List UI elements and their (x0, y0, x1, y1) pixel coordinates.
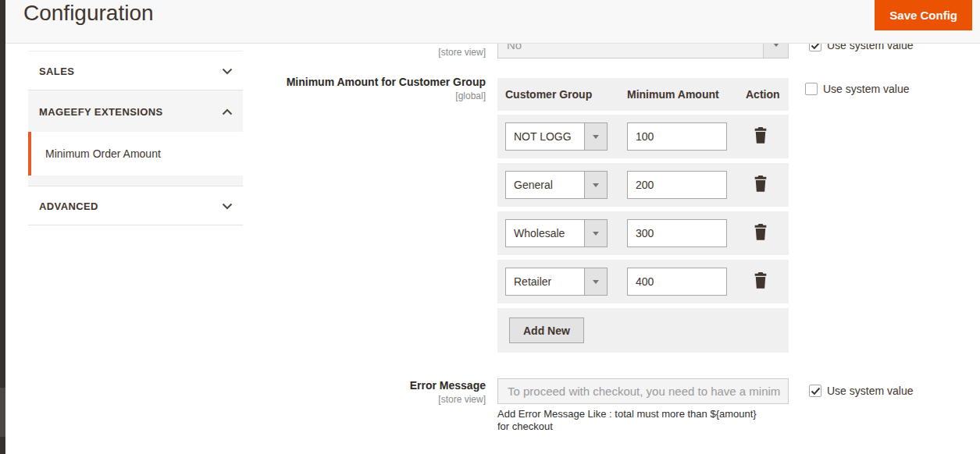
customer-group-select[interactable]: Retailer (505, 268, 608, 296)
page-header: Configuration Save Config (5, 0, 980, 44)
customer-group-select[interactable]: Wholesale (505, 219, 608, 247)
group-field-label: Minimum Amount for Customer Group [globa… (258, 76, 486, 101)
customer-group-table: Customer Group Minimum Amount Action NOT… (497, 78, 789, 353)
field-label-text: Error Message (258, 379, 486, 392)
customer-group-value: General (514, 179, 553, 191)
column-header-action: Action (746, 88, 780, 101)
sidebar-section-label: MAGEEFY EXTENSIONS (39, 105, 163, 117)
sidebar-section-advanced[interactable]: ADVANCED (28, 186, 243, 225)
sidebar-section-mageefy-header[interactable]: MAGEEFY EXTENSIONS (28, 90, 243, 132)
use-system-value-label: Use system value (827, 385, 913, 397)
table-row: Retailer (497, 260, 789, 303)
customer-group-select[interactable]: NOT LOGG (505, 122, 608, 151)
sidebar-section-sales[interactable]: SALES (28, 51, 243, 90)
minimum-amount-input[interactable] (627, 122, 727, 151)
chevron-down-icon (584, 268, 607, 295)
sidebar-item-minimum-order-amount[interactable]: Minimum Order Amount (28, 132, 243, 176)
delete-row-button[interactable] (752, 127, 769, 146)
column-header-customer-group: Customer Group (505, 88, 592, 101)
trash-icon (753, 272, 768, 289)
use-system-value-error: Use system value (809, 385, 913, 397)
sidebar-item-label: Minimum Order Amount (45, 147, 161, 160)
field-scope: [global] (258, 90, 486, 101)
save-config-button[interactable]: Save Config (875, 0, 972, 30)
config-sidebar: SALES MAGEEFY EXTENSIONS Minimum Order A… (28, 51, 243, 225)
customer-group-value: NOT LOGG (514, 130, 572, 143)
chevron-down-icon (584, 123, 607, 150)
field-scope: [store view] (258, 394, 486, 405)
use-system-value-checkbox[interactable] (805, 83, 818, 95)
chevron-down-icon (222, 199, 233, 213)
field-label-text: Minimum Amount for Customer Group (258, 76, 486, 88)
chevron-down-icon (584, 172, 607, 198)
error-message-input[interactable] (497, 378, 789, 404)
delete-row-button[interactable] (752, 176, 769, 194)
trash-icon (753, 127, 768, 144)
table-row: General (497, 163, 789, 207)
add-new-button[interactable]: Add New (509, 317, 584, 343)
table-row: Wholesale (497, 211, 789, 255)
use-system-value-label: Use system value (823, 83, 909, 95)
table-row: NOT LOGG (497, 115, 789, 158)
delete-row-button[interactable] (752, 224, 769, 243)
page-title: Configuration (23, 1, 154, 26)
chevron-down-icon (222, 64, 233, 78)
customer-group-value: Retailer (514, 275, 551, 288)
column-header-minimum-amount: Minimum Amount (627, 88, 719, 101)
sidebar-section-mageefy-extensions: MAGEEFY EXTENSIONS Minimum Order Amount (28, 90, 243, 186)
sidebar-section-label: SALES (39, 65, 74, 76)
delete-row-button[interactable] (752, 272, 769, 291)
table-add-row: Add New (497, 308, 789, 353)
customer-group-select[interactable]: General (505, 171, 608, 199)
error-field-label: Error Message [store view] (258, 379, 486, 405)
table-header: Customer Group Minimum Amount Action (497, 78, 789, 111)
admin-nav-strip[interactable] (0, 0, 5, 454)
admin-nav-strip-segment (0, 388, 5, 437)
sidebar-section-label: ADVANCED (39, 200, 98, 211)
use-system-value-group: Use system value (805, 83, 909, 95)
minimum-amount-input[interactable] (627, 219, 727, 247)
trash-icon (753, 224, 768, 241)
minimum-amount-input[interactable] (627, 268, 727, 296)
use-system-value-checkbox[interactable] (809, 385, 821, 397)
chevron-up-icon (222, 105, 233, 119)
chevron-down-icon (584, 220, 607, 247)
customer-group-value: Wholesale (514, 227, 565, 239)
error-field-note: Add Error Message Like : total must more… (497, 408, 771, 434)
top-field-scope: [store view] (258, 47, 486, 58)
minimum-amount-input[interactable] (627, 171, 727, 199)
trash-icon (753, 176, 768, 193)
